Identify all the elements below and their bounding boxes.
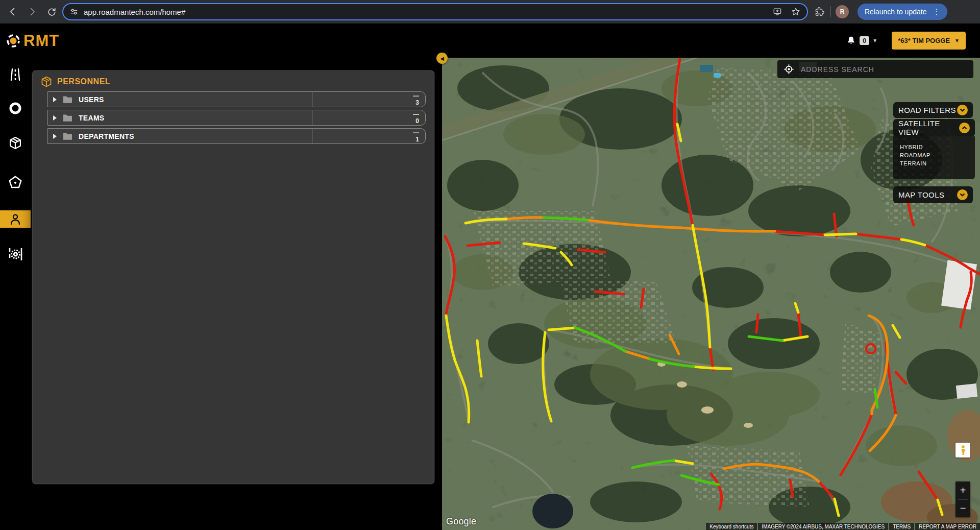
tree-row-users[interactable]: USERS --- 3 (47, 91, 426, 107)
main-content: PERSONNEL USERS --- 3 (0, 58, 980, 530)
rmt-logo[interactable]: RMT (5, 32, 59, 50)
relaunch-to-update-button[interactable]: Relaunch to update ⋮ (857, 4, 947, 20)
tree-row-departments[interactable]: DEPARTMENTS --- 1 (47, 128, 426, 144)
google-logo: Google (446, 516, 476, 527)
folder-icon (62, 95, 73, 104)
option-roadmap[interactable]: ROADMAP (900, 152, 975, 158)
street-view-pegman[interactable] (955, 443, 970, 457)
map-attribution-bar: Keyboard shortcuts IMAGERY ©2024 AIRBUS,… (705, 523, 980, 530)
road-filters-dropdown[interactable]: ROAD FILTERS (893, 102, 973, 118)
count-value: 0 (415, 118, 419, 125)
count-dash: --- (413, 111, 419, 118)
reload-icon (47, 7, 57, 17)
road-gear-icon (6, 247, 24, 261)
pegman-icon (960, 445, 967, 455)
user-name-label: *63* TIM POGGE (898, 37, 950, 44)
terms-link[interactable]: TERMS (889, 523, 914, 530)
personnel-tree: USERS --- 3 TEAMS (32, 91, 434, 144)
folder-icon (62, 113, 73, 122)
tree-row-count-cell: --- 1 (312, 129, 425, 143)
bookmark-star-icon[interactable] (791, 7, 801, 17)
satellite-view-dropdown[interactable]: SATELLITE VIEW (893, 119, 975, 136)
header-right-controls: 0 ▼ *63* TIM POGGE ▼ (846, 32, 966, 50)
package-icon (8, 136, 22, 150)
panel-title: PERSONNEL (57, 77, 110, 86)
nav-personnel[interactable] (0, 210, 31, 228)
count-value: 3 (415, 100, 419, 106)
app-header: RMT 0 ▼ *63* TIM POGGE ▼ (0, 23, 980, 58)
tree-row-label-cell[interactable]: TEAMS (48, 110, 312, 125)
extensions-button[interactable] (812, 4, 827, 19)
user-menu-button[interactable]: *63* TIM POGGE ▼ (892, 32, 966, 50)
notifications-bell-icon[interactable] (846, 35, 856, 46)
pentagon-icon (8, 175, 23, 190)
count-value: 1 (415, 136, 419, 143)
chevron-down-icon[interactable] (957, 189, 968, 200)
chevron-down-icon[interactable] (957, 105, 968, 115)
browser-profile-avatar[interactable]: R (836, 5, 849, 18)
relaunch-label: Relaunch to update (865, 8, 926, 16)
notification-caret-icon[interactable]: ▼ (872, 38, 877, 43)
keyboard-shortcuts-link[interactable]: Keyboard shortcuts (706, 523, 757, 530)
address-search-input[interactable] (801, 65, 954, 74)
back-icon (8, 7, 18, 17)
chevron-up-icon[interactable] (959, 123, 970, 133)
count-dash: --- (413, 130, 419, 136)
tree-row-count-cell: --- 0 (312, 110, 425, 125)
expand-caret-icon[interactable] (53, 134, 57, 139)
user-caret-icon: ▼ (954, 38, 960, 43)
rmt-target-icon (5, 33, 21, 49)
browser-toolbar: app.roadmantech.com/home# R Relaunch to … (0, 0, 980, 23)
personnel-panel-header: PERSONNEL (32, 70, 434, 88)
tree-row-label-cell[interactable]: DEPARTMENTS (48, 129, 312, 143)
zoom-out-button[interactable]: − (955, 500, 970, 518)
browser-back-button[interactable] (4, 3, 21, 20)
url-text[interactable]: app.roadmantech.com/home# (84, 8, 772, 16)
personnel-cube-icon (40, 76, 53, 88)
logo-text: RMT (23, 32, 59, 50)
satellite-view-label: SATELLITE VIEW (898, 119, 959, 136)
browser-forward-button[interactable] (23, 3, 41, 20)
tree-row-count-cell: --- 3 (312, 92, 425, 107)
site-settings-icon[interactable] (69, 7, 79, 16)
workspace-left: PERSONNEL USERS --- 3 (31, 58, 442, 530)
address-bar-actions (772, 7, 801, 17)
expand-caret-icon[interactable] (53, 97, 57, 102)
nav-zones[interactable] (0, 174, 31, 191)
report-map-error-link[interactable]: REPORT A MAP ERROR (915, 523, 980, 530)
folder-icon (62, 132, 73, 140)
locate-target-icon (783, 64, 794, 75)
option-terrain[interactable]: TERRAIN (900, 160, 975, 166)
nav-status-ring[interactable] (0, 100, 31, 117)
toolbar-divider (830, 6, 831, 17)
app-window: app.roadmantech.com/home# R Relaunch to … (0, 0, 980, 530)
map-zoom-control: + − (955, 481, 970, 517)
imagery-credit: IMAGERY ©2024 AIRBUS, MAXAR TECHNOLOGIES (758, 523, 888, 530)
zoom-in-button[interactable]: + (955, 481, 970, 499)
tree-row-label: DEPARTMENTS (79, 132, 134, 140)
tree-row-teams[interactable]: TEAMS --- 0 (47, 110, 426, 126)
address-search-box[interactable] (777, 60, 973, 78)
count-dash: --- (413, 93, 419, 100)
satellite-view-options: HYBRID ROADMAP TERRAIN (893, 136, 975, 179)
notification-count-badge[interactable]: 0 (860, 36, 869, 45)
map-view[interactable]: ROAD FILTERS SATELLITE VIEW HYBRID ROADM… (442, 58, 980, 530)
browser-menu-kebab-icon[interactable]: ⋮ (933, 9, 940, 14)
option-hybrid[interactable]: HYBRID (900, 144, 975, 150)
expand-caret-icon[interactable] (53, 115, 57, 121)
forward-icon (27, 7, 37, 17)
browser-reload-button[interactable] (43, 3, 60, 20)
address-bar[interactable]: app.roadmantech.com/home# (62, 3, 808, 20)
tree-row-label-cell[interactable]: USERS (48, 92, 312, 107)
map-tools-label: MAP TOOLS (898, 190, 944, 199)
nav-assets[interactable] (0, 134, 31, 152)
road-icon (8, 67, 22, 82)
nav-road-settings[interactable] (0, 246, 31, 263)
collapse-panel-button[interactable]: ◀ (436, 53, 448, 64)
person-icon (8, 212, 22, 226)
map-tools-dropdown[interactable]: MAP TOOLS (893, 186, 973, 203)
extensions-puzzle-icon (814, 7, 824, 17)
install-app-icon[interactable] (772, 7, 782, 17)
nav-roads[interactable] (0, 66, 31, 83)
tree-row-label: TEAMS (79, 114, 105, 122)
